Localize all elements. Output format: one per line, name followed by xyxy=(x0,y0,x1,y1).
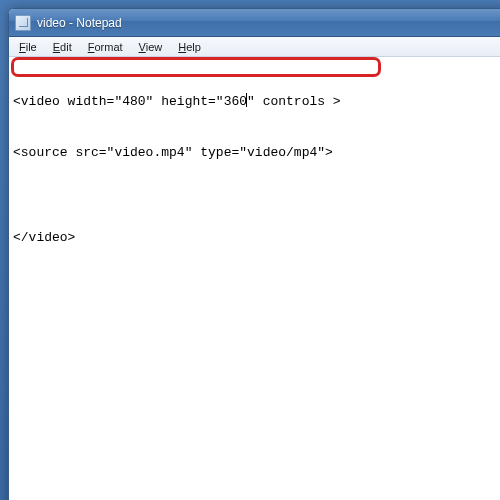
menu-file[interactable]: File xyxy=(11,39,45,55)
notepad-window: video - Notepad File Edit Format View He… xyxy=(8,8,500,500)
menu-view[interactable]: View xyxy=(131,39,171,55)
menu-help[interactable]: Help xyxy=(170,39,209,55)
code-text: " controls > xyxy=(247,94,341,109)
menu-edit[interactable]: Edit xyxy=(45,39,80,55)
desktop-background: video - Notepad File Edit Format View He… xyxy=(0,0,500,500)
code-line-2: <source src="video.mp4" type="video/mp4"… xyxy=(13,144,500,161)
menu-bar: File Edit Format View Help xyxy=(9,37,500,57)
code-line-4: </video> xyxy=(13,229,500,246)
notepad-icon xyxy=(15,15,31,31)
code-line-1: <video width="480" height="360" controls… xyxy=(13,93,500,110)
code-text: <video width="480" height="360 xyxy=(13,94,247,109)
title-bar[interactable]: video - Notepad xyxy=(9,9,500,37)
window-title: video - Notepad xyxy=(37,16,122,30)
text-editor-area[interactable]: <video width="480" height="360" controls… xyxy=(9,57,500,500)
annotation-highlight-box xyxy=(11,57,381,77)
menu-format[interactable]: Format xyxy=(80,39,131,55)
